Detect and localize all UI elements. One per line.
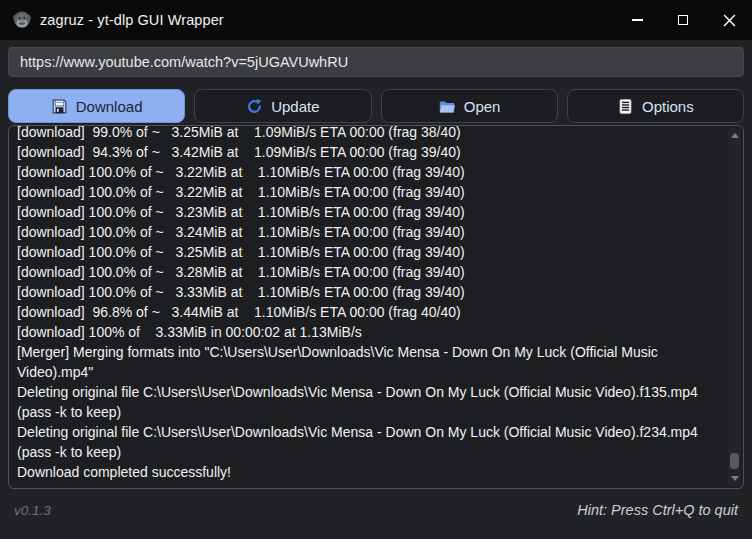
url-row	[0, 40, 752, 77]
open-button-label: Open	[464, 98, 501, 115]
open-folder-icon	[438, 98, 456, 115]
url-input[interactable]	[8, 47, 744, 77]
log-scrollbar[interactable]	[728, 128, 741, 486]
update-button-label: Update	[271, 98, 319, 115]
maximize-button[interactable]	[660, 0, 706, 40]
scroll-down-icon[interactable]	[731, 476, 739, 481]
version-label: v0.1.3	[14, 503, 51, 518]
update-button[interactable]: Update	[194, 89, 371, 123]
floppy-disk-icon	[51, 98, 68, 115]
toolbar: Download Update Open Optio	[0, 77, 752, 125]
options-button-label: Options	[642, 98, 694, 115]
close-icon	[723, 14, 736, 27]
scroll-up-icon[interactable]	[731, 133, 739, 138]
log-wrap: [download] 99.0% of ~ 3.25MiB at 1.09MiB…	[0, 125, 752, 489]
gorilla-app-icon	[12, 10, 32, 30]
titlebar: zagruz - yt-dlp GUI Wrapper	[0, 0, 752, 40]
refresh-icon	[246, 98, 263, 115]
statusbar: v0.1.3 Hint: Press Ctrl+Q to quit	[0, 489, 752, 539]
options-list-icon	[617, 98, 634, 115]
options-button[interactable]: Options	[567, 89, 744, 123]
log-output-area[interactable]: [download] 99.0% of ~ 3.25MiB at 1.09MiB…	[8, 125, 744, 489]
download-button-label: Download	[76, 98, 143, 115]
download-button[interactable]: Download	[8, 89, 185, 123]
quit-hint-label: Hint: Press Ctrl+Q to quit	[577, 502, 738, 518]
log-text: [download] 99.0% of ~ 3.25MiB at 1.09MiB…	[17, 125, 721, 482]
close-button[interactable]	[706, 0, 752, 40]
open-button[interactable]: Open	[381, 89, 558, 123]
app-window: zagruz - yt-dlp GUI Wrapper Download	[0, 0, 752, 539]
maximize-icon	[678, 15, 688, 25]
window-title: zagruz - yt-dlp GUI Wrapper	[40, 12, 224, 28]
minimize-icon	[632, 19, 643, 20]
scrollbar-thumb[interactable]	[730, 453, 739, 469]
minimize-button[interactable]	[614, 0, 660, 40]
